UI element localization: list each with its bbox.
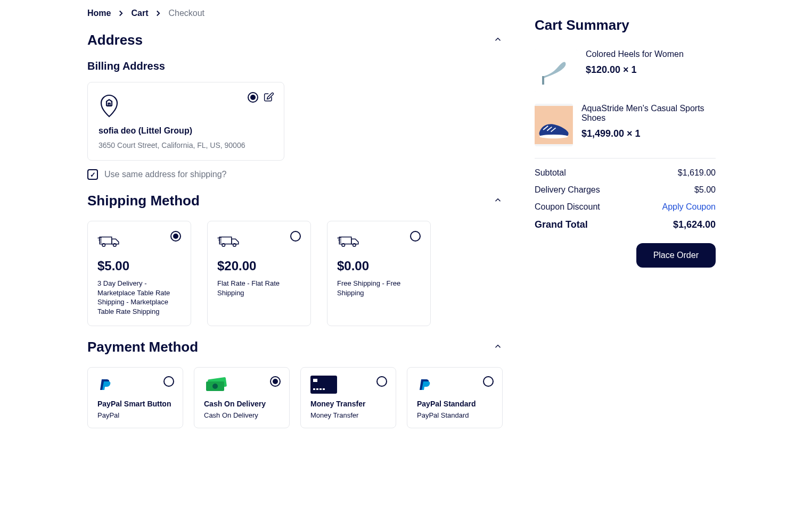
shipping-option-card[interactable]: $0.00Free Shipping - Free Shipping (327, 221, 431, 326)
payment-title: Money Transfer (310, 400, 386, 408)
svg-rect-0 (108, 103, 110, 106)
edit-address-button[interactable] (264, 92, 274, 103)
delivery-value: $5.00 (694, 185, 716, 195)
payment-accordion-toggle[interactable]: Payment Method (87, 339, 503, 355)
svg-rect-29 (542, 76, 544, 85)
shipping-option-radio[interactable] (170, 231, 181, 242)
payment-option-card[interactable]: Money TransferMoney Transfer (300, 367, 396, 428)
svg-rect-24 (313, 388, 315, 390)
truck-icon (337, 231, 421, 259)
chevron-up-icon (493, 195, 503, 207)
subtotal-value: $1,619.00 (678, 168, 716, 178)
shipping-desc: Free Shipping - Free Shipping (337, 279, 421, 297)
map-pin-icon (99, 93, 120, 119)
chevron-right-icon (153, 9, 163, 18)
chevron-up-icon (493, 35, 503, 46)
breadcrumb: Home Cart Checkout (87, 9, 503, 18)
payment-title: Cash On Delivery (204, 400, 280, 408)
payment-heading: Payment Method (87, 339, 198, 355)
address-section: Address Billing Address (87, 32, 503, 180)
cart-item: Colored Heels for Women$120.00 × 1 (535, 49, 716, 92)
paypal-icon (417, 376, 493, 393)
billing-name: sofia deo (Littel Group) (99, 126, 273, 136)
payment-sub: PayPal (97, 411, 173, 419)
card-icon (310, 376, 386, 393)
delivery-row: Delivery Charges $5.00 (535, 185, 716, 195)
svg-point-21 (212, 384, 218, 389)
svg-rect-26 (319, 388, 322, 390)
shipping-desc: 3 Day Delivery - Marketplace Table Rate … (97, 279, 181, 316)
billing-line: 3650 Court Street, California, FL, US, 9… (99, 141, 273, 149)
breadcrumb-home[interactable]: Home (87, 9, 111, 18)
coupon-row: Coupon Discount Apply Coupon (535, 202, 716, 212)
cash-icon (204, 376, 280, 393)
payment-sub: Cash On Delivery (204, 411, 280, 419)
svg-rect-27 (323, 388, 325, 390)
place-order-button[interactable]: Place Order (636, 243, 716, 268)
apply-coupon-link[interactable]: Apply Coupon (662, 202, 716, 212)
shipping-accordion-toggle[interactable]: Shipping Method (87, 193, 503, 209)
coupon-label: Coupon Discount (535, 202, 600, 212)
subtotal-row: Subtotal $1,619.00 (535, 168, 716, 178)
shipping-price: $5.00 (97, 259, 181, 273)
breadcrumb-current: Checkout (168, 9, 204, 18)
subtotal-label: Subtotal (535, 168, 566, 178)
shipping-option-card[interactable]: $20.00Flat Rate - Flat Rate Shipping (207, 221, 311, 326)
payment-title: PayPal Standard (417, 400, 493, 408)
shipping-option-card[interactable]: $5.003 Day Delivery - Marketplace Table … (87, 221, 191, 326)
paypal-icon (97, 376, 173, 393)
product-name: Colored Heels for Women (586, 49, 684, 59)
cart-summary-heading: Cart Summary (535, 17, 716, 34)
shipping-option-radio[interactable] (290, 231, 301, 242)
payment-sub: Money Transfer (310, 411, 386, 419)
payment-option-card[interactable]: PayPal Smart ButtonPayPal (87, 367, 183, 428)
product-thumbnail (535, 49, 577, 92)
product-price-qty: $1,499.00 × 1 (581, 128, 716, 139)
same-address-checkbox[interactable] (87, 169, 98, 180)
shipping-section: Shipping Method $5.003 Day Delivery - Ma… (87, 193, 503, 326)
chevron-up-icon (493, 342, 503, 353)
shipping-price: $0.00 (337, 259, 421, 273)
shipping-price: $20.00 (217, 259, 301, 273)
truck-icon (97, 231, 181, 259)
payment-section: Payment Method PayPal Smart ButtonPayPal… (87, 339, 503, 428)
address-heading: Address (87, 32, 143, 48)
svg-rect-23 (313, 379, 317, 382)
product-thumbnail (535, 104, 573, 146)
shipping-heading: Shipping Method (87, 193, 200, 209)
billing-address-card: sofia deo (Littel Group) 3650 Court Stre… (87, 82, 284, 161)
breadcrumb-cart[interactable]: Cart (131, 9, 148, 18)
delivery-label: Delivery Charges (535, 185, 600, 195)
svg-rect-25 (316, 388, 318, 390)
grand-total-row: Grand Total $1,624.00 (535, 219, 716, 230)
chevron-right-icon (116, 9, 126, 18)
grand-total-label: Grand Total (535, 219, 588, 230)
shipping-desc: Flat Rate - Flat Rate Shipping (217, 279, 301, 297)
shipping-option-radio[interactable] (410, 231, 421, 242)
product-name: AquaStride Men's Casual Sports Shoes (581, 104, 716, 123)
product-price-qty: $120.00 × 1 (586, 64, 684, 76)
truck-icon (217, 231, 301, 259)
svg-point-31 (539, 135, 568, 138)
payment-option-card[interactable]: PayPal StandardPayPal Standard (407, 367, 503, 428)
payment-sub: PayPal Standard (417, 411, 493, 419)
grand-total-value: $1,624.00 (673, 219, 716, 230)
billing-address-heading: Billing Address (87, 60, 503, 72)
payment-option-card[interactable]: Cash On DeliveryCash On Delivery (194, 367, 290, 428)
same-address-label: Use same address for shipping? (104, 170, 226, 179)
svg-rect-22 (310, 376, 337, 394)
payment-title: PayPal Smart Button (97, 400, 173, 408)
cart-item: AquaStride Men's Casual Sports Shoes$1,4… (535, 104, 716, 146)
divider (535, 158, 716, 159)
billing-address-radio[interactable] (248, 92, 258, 103)
address-accordion-toggle[interactable]: Address (87, 32, 503, 48)
